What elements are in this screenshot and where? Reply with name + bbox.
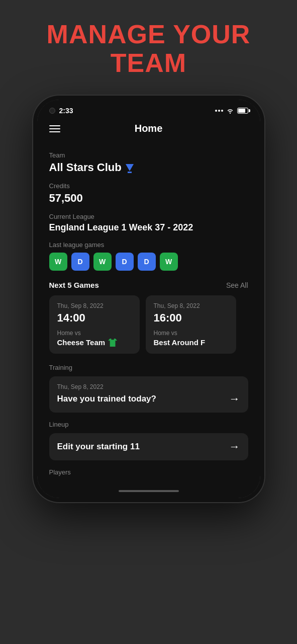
credits-value: 57,500 [49, 192, 248, 205]
wifi-icon [226, 108, 234, 114]
hamburger-menu-button[interactable] [49, 125, 60, 132]
result-badge-6: W [160, 253, 178, 271]
lineup-card-title: Edit your starting 11 [57, 442, 140, 452]
battery-icon [237, 108, 248, 114]
game-card-1-date: Thu, Sep 8, 2022 [57, 302, 132, 309]
training-arrow-icon: → [229, 392, 240, 406]
game-card-1-label: Home vs [57, 330, 132, 337]
team-section-label: Team [49, 151, 248, 159]
camera-dot [49, 108, 55, 114]
game-card-2[interactable]: Thu, Sep 8, 2022 16:00 Home vs Best Arou… [146, 295, 236, 354]
status-right [215, 108, 248, 114]
league-name: England League 1 Week 37 - 2022 [49, 222, 248, 233]
game-card-1[interactable]: Thu, Sep 8, 2022 14:00 Home vs Cheese Te… [49, 295, 140, 354]
game-card-2-label: Home vs [154, 330, 228, 337]
game-card-2-date: Thu, Sep 8, 2022 [154, 302, 228, 309]
result-badge-1: W [49, 253, 67, 271]
see-all-link[interactable]: See All [226, 281, 248, 289]
nav-bar: Home [49, 118, 248, 143]
signal-icon [215, 110, 223, 112]
nav-title: Home [135, 123, 163, 134]
training-card-row: Have you trained today? → [57, 392, 240, 406]
team-name: All Stars Club [49, 161, 248, 174]
result-badge-2: D [71, 253, 89, 271]
training-card[interactable]: Thu, Sep 8, 2022 Have you trained today?… [49, 376, 248, 413]
lineup-card-row: Edit your starting 11 → [57, 440, 240, 453]
games-scroll: Thu, Sep 8, 2022 14:00 Home vs Cheese Te… [49, 295, 248, 354]
game-card-2-opponent: Best Around F [154, 338, 228, 347]
result-badge-5: D [138, 253, 156, 271]
headline-line2: TEAM [111, 48, 186, 77]
league-label: Current League [49, 213, 248, 220]
app-content: Home Team All Stars Club Credits 57,500 … [37, 118, 260, 486]
next-games-header: Next 5 Games See All [49, 281, 248, 289]
result-badge-4: D [116, 253, 134, 271]
game-card-1-time: 14:00 [57, 311, 132, 325]
training-section-label: Training [49, 364, 248, 371]
home-bar [119, 490, 179, 492]
status-time: 2:33 [59, 107, 73, 115]
lineup-arrow-icon: → [229, 440, 240, 453]
game-card-2-time: 16:00 [154, 311, 228, 325]
credits-label: Credits [49, 182, 248, 190]
headline-line1: MANAGE YOUR [47, 20, 251, 49]
lineup-card[interactable]: Edit your starting 11 → [49, 433, 248, 460]
home-indicator [37, 486, 260, 498]
players-section-label: Players [49, 468, 248, 476]
phone-shell: 2:33 Home [33, 96, 264, 502]
game-results: W D W D D W [49, 253, 248, 271]
shirt-icon [108, 339, 117, 347]
status-bar: 2:33 [37, 100, 260, 118]
training-card-date: Thu, Sep 8, 2022 [57, 383, 240, 390]
training-card-title: Have you trained today? [57, 394, 156, 404]
lineup-section-label: Lineup [49, 421, 248, 428]
page-headline: MANAGE YOUR TEAM [47, 20, 251, 77]
result-badge-3: W [93, 253, 112, 271]
results-label: Last league games [49, 241, 248, 249]
phone-screen: 2:33 Home [37, 100, 260, 498]
trophy-icon [126, 164, 134, 171]
next-games-title: Next 5 Games [49, 281, 99, 289]
game-card-1-opponent: Cheese Team [57, 338, 132, 347]
